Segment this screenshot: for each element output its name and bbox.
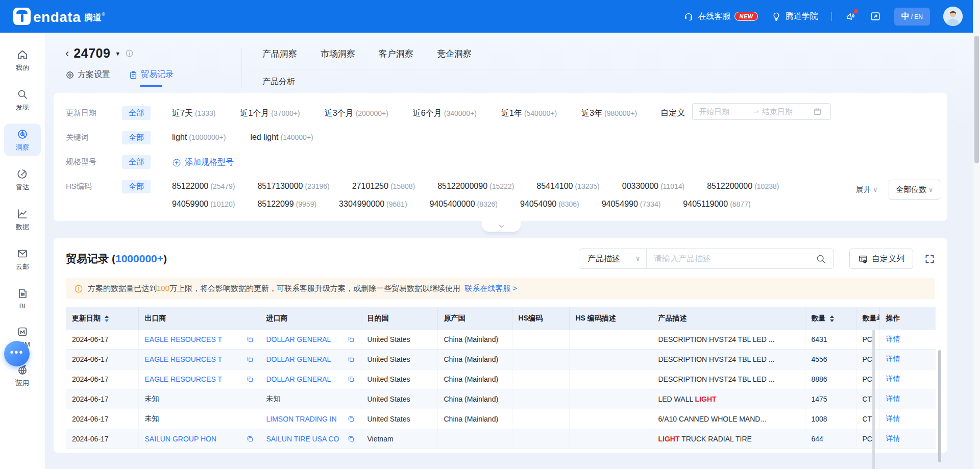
sidebar-item-data[interactable]: 数据 bbox=[4, 203, 41, 236]
sort-asc-icon[interactable] bbox=[830, 315, 834, 318]
end-date-input[interactable] bbox=[762, 107, 813, 116]
start-date-input[interactable] bbox=[699, 107, 750, 116]
copy-icon[interactable] bbox=[348, 336, 355, 343]
column-header[interactable]: 数量 bbox=[805, 307, 856, 330]
date-option[interactable]: 近3个月(200000+) bbox=[325, 108, 388, 119]
hs-digits-select[interactable]: 全部位数∨ bbox=[889, 180, 940, 200]
sort-icons[interactable] bbox=[830, 315, 834, 322]
copy-icon[interactable] bbox=[348, 356, 355, 363]
filter-collapse-button[interactable] bbox=[482, 221, 521, 232]
date-custom-label[interactable]: 自定义 bbox=[660, 108, 685, 118]
academy-button[interactable]: 腾道学院 bbox=[771, 11, 818, 22]
page-scroll-thumb[interactable] bbox=[974, 36, 979, 163]
custom-columns-button[interactable]: 自定义列 bbox=[849, 249, 913, 269]
detail-link[interactable]: 详情 bbox=[886, 335, 900, 343]
tendata-logo[interactable]: endata 腾道® bbox=[13, 8, 105, 25]
keyword-option[interactable]: led light(140000+) bbox=[250, 133, 313, 142]
exporter-link[interactable]: EAGLE RESOURCES T bbox=[145, 355, 222, 363]
hs-code-option[interactable]: 94054990(7334) bbox=[602, 200, 661, 209]
user-avatar[interactable] bbox=[943, 7, 963, 26]
copy-icon[interactable] bbox=[247, 336, 254, 343]
importer-link[interactable]: DOLLAR GENERAL bbox=[266, 335, 331, 343]
sidebar-item-search[interactable]: 发现 bbox=[4, 84, 41, 116]
detail-link[interactable]: 详情 bbox=[886, 394, 900, 403]
copy-icon[interactable] bbox=[247, 435, 254, 442]
hs-code-option[interactable]: 85122000090(15222) bbox=[437, 182, 514, 191]
sort-asc-icon[interactable] bbox=[105, 315, 109, 318]
copy-icon[interactable] bbox=[348, 415, 355, 423]
date-range-picker[interactable]: ⇀ bbox=[692, 103, 831, 120]
column-header[interactable]: 产品描述 bbox=[652, 307, 805, 330]
chat-support-button[interactable]: ••• bbox=[4, 341, 30, 366]
importer-link[interactable]: SAILUN TIRE USA CO bbox=[266, 435, 339, 443]
exporter-link[interactable]: SAILUN GROUP HON bbox=[145, 435, 217, 443]
hs-code-option[interactable]: 85414100(13235) bbox=[536, 182, 599, 191]
column-header[interactable]: 进口商 bbox=[260, 307, 361, 330]
column-header[interactable]: 数量单位 bbox=[856, 307, 879, 330]
copy-icon[interactable] bbox=[348, 435, 355, 442]
detail-link[interactable]: 详情 bbox=[886, 375, 900, 383]
sort-desc-icon[interactable] bbox=[830, 319, 834, 322]
announcements-button[interactable] bbox=[845, 11, 856, 22]
fullscreen-icon[interactable] bbox=[924, 254, 935, 264]
importer-link[interactable]: DOLLAR GENERAL bbox=[266, 355, 331, 363]
table-vertical-scrollbar[interactable] bbox=[938, 330, 942, 469]
info-icon[interactable] bbox=[125, 49, 134, 58]
column-header[interactable]: HS 编码描述 bbox=[569, 307, 652, 330]
column-header[interactable]: 出口商 bbox=[138, 307, 260, 330]
search-type-select[interactable]: 产品描述 ∨ bbox=[579, 249, 647, 268]
scheme-dropdown-caret[interactable]: ▼ bbox=[115, 51, 120, 57]
sidebar-item-radar[interactable]: 雷达 bbox=[4, 163, 41, 196]
date-option[interactable]: 近7天(1333) bbox=[172, 108, 215, 119]
hs-code-option[interactable]: 9405400000(8326) bbox=[430, 200, 498, 209]
copy-icon[interactable] bbox=[247, 376, 254, 383]
copy-icon[interactable] bbox=[348, 376, 355, 383]
screen-expand-button[interactable] bbox=[870, 11, 881, 22]
hs-code-option[interactable]: 9405119000(6877) bbox=[683, 200, 750, 209]
tab-0[interactable]: 产品洞察 bbox=[262, 48, 297, 69]
spec-all-chip[interactable]: 全部 bbox=[122, 155, 151, 169]
subtab-scheme-settings[interactable]: 方案设置 bbox=[65, 69, 110, 87]
hs-all-chip[interactable]: 全部 bbox=[122, 180, 151, 193]
language-toggle[interactable]: 中 / EN bbox=[894, 8, 930, 26]
exporter-link[interactable]: EAGLE RESOURCES T bbox=[145, 375, 222, 383]
online-service-button[interactable]: 在线客服 NEW bbox=[683, 11, 757, 22]
importer-link[interactable]: DOLLAR GENERAL bbox=[266, 375, 331, 383]
tab-product-analysis[interactable]: 产品分析 bbox=[262, 77, 295, 87]
tab-1[interactable]: 市场洞察 bbox=[321, 48, 355, 69]
hs-code-option[interactable]: 00330000(11014) bbox=[622, 182, 684, 191]
hs-code-option[interactable]: 85122000(25479) bbox=[172, 182, 235, 191]
table-scroll-thumb[interactable] bbox=[938, 350, 941, 462]
hs-code-option[interactable]: 3304990000(9681) bbox=[339, 200, 407, 209]
hs-code-option[interactable]: 94054090(8306) bbox=[520, 200, 579, 209]
date-option[interactable]: 近1年(540000+) bbox=[501, 108, 557, 119]
importer-link[interactable]: LIMSON TRADING IN bbox=[266, 415, 337, 423]
date-option[interactable]: 近6个月(340000+) bbox=[413, 108, 477, 119]
hs-expand-toggle[interactable]: 展开∨ bbox=[855, 185, 877, 194]
sidebar-item-bi[interactable]: BIBI bbox=[4, 283, 41, 314]
column-header[interactable]: 原产国 bbox=[437, 307, 512, 330]
hs-code-option[interactable]: 8517130000(23196) bbox=[257, 182, 329, 191]
exporter-link[interactable]: EAGLE RESOURCES T bbox=[145, 335, 222, 343]
date-option[interactable]: 近3年(980000+) bbox=[581, 108, 637, 119]
sidebar-item-home[interactable]: 我的 bbox=[4, 44, 41, 77]
date-all-chip[interactable]: 全部 bbox=[122, 106, 151, 120]
column-header[interactable]: 操作 bbox=[879, 307, 936, 330]
subtab-trade-records[interactable]: 贸易记录 bbox=[129, 69, 174, 87]
sidebar-expand-button[interactable]: » bbox=[14, 375, 19, 385]
sidebar-item-insight[interactable]: 洞察 bbox=[4, 124, 41, 156]
date-option[interactable]: 近1个月(37000+) bbox=[240, 108, 300, 119]
column-header[interactable]: HS编码 bbox=[512, 307, 569, 330]
product-search-input[interactable] bbox=[654, 254, 816, 263]
detail-link[interactable]: 详情 bbox=[886, 434, 900, 442]
search-icon[interactable] bbox=[816, 254, 826, 264]
hs-code-option[interactable]: 85122099(9959) bbox=[257, 200, 316, 209]
keyword-all-chip[interactable]: 全部 bbox=[122, 131, 151, 144]
hs-code-option[interactable]: 27101250(15808) bbox=[352, 182, 415, 191]
sort-icons[interactable] bbox=[105, 315, 109, 322]
tab-3[interactable]: 竞企洞察 bbox=[437, 48, 472, 69]
detail-link[interactable]: 详情 bbox=[886, 414, 900, 423]
add-spec-button[interactable]: 添加规格型号 bbox=[172, 155, 234, 168]
sidebar-item-mail[interactable]: 云邮 bbox=[4, 243, 41, 276]
copy-icon[interactable] bbox=[247, 356, 254, 363]
